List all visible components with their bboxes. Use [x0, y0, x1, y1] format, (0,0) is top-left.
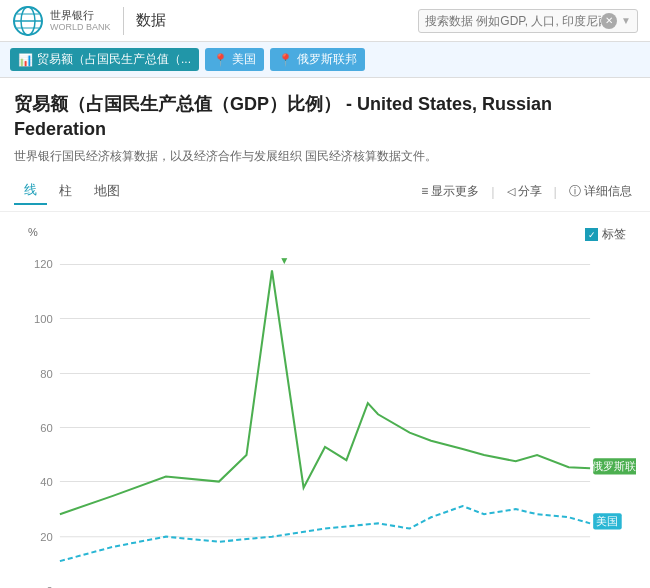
share-button[interactable]: ◁ 分享: [503, 181, 546, 202]
country1-tag-label: 美国: [232, 51, 256, 68]
indicator-tag[interactable]: 📊 贸易额（占国民生产总值（...: [10, 48, 199, 71]
russia-end-label: 俄罗斯联邦: [592, 461, 636, 473]
chart-icon: 📊: [18, 53, 33, 67]
label-checkbox-text: 标签: [602, 226, 626, 243]
show-more-label: 显示更多: [431, 183, 479, 200]
action-divider-1: |: [491, 184, 494, 199]
line-chart-button[interactable]: 线: [14, 177, 47, 205]
main-title: 贸易额（占国民生产总值（GDP）比例） - United States, Rus…: [14, 92, 636, 142]
share-icon: ◁: [507, 185, 515, 198]
bar-chart-button[interactable]: 柱: [49, 178, 82, 204]
dropdown-icon[interactable]: ▼: [621, 15, 631, 26]
info-icon: ⓘ: [569, 183, 581, 200]
y-axis-label: %: [14, 222, 636, 238]
usa-end-label: 美国: [596, 516, 618, 528]
data-label: 数据: [136, 11, 166, 30]
search-input[interactable]: [425, 14, 601, 28]
pin-icon-1: 📍: [213, 53, 228, 67]
indicator-tag-label: 贸易额（占国民生产总值（...: [37, 51, 191, 68]
line-chart: .grid-line { stroke: #e0e0e0; stroke-wid…: [14, 244, 636, 588]
peak-label: ▼: [279, 256, 289, 267]
svg-text:40: 40: [40, 476, 52, 488]
svg-text:80: 80: [40, 368, 52, 380]
pin-icon-2: 📍: [278, 53, 293, 67]
country1-tag[interactable]: 📍 美国: [205, 48, 264, 71]
logo: 世界银行 WORLD BANK: [12, 5, 111, 37]
title-area: 贸易额（占国民生产总值（GDP）比例） - United States, Rus…: [0, 78, 650, 171]
details-label: 详细信息: [584, 183, 632, 200]
map-chart-button[interactable]: 地图: [84, 178, 130, 204]
chart-controls: 线 柱 地图 ≡ 显示更多 | ◁ 分享 | ⓘ 详细信息: [0, 171, 650, 212]
header: 世界银行 WORLD BANK 数据 ✕ ▼: [0, 0, 650, 42]
search-box[interactable]: ✕ ▼: [418, 9, 638, 33]
svg-text:100: 100: [34, 313, 53, 325]
show-more-button[interactable]: ≡ 显示更多: [417, 181, 483, 202]
action-divider-2: |: [554, 184, 557, 199]
svg-text:120: 120: [34, 259, 53, 271]
header-divider: [123, 7, 124, 35]
svg-text:20: 20: [40, 531, 52, 543]
show-more-icon: ≡: [421, 184, 428, 198]
tag-bar: 📊 贸易额（占国民生产总值（... 📍 美国 📍 俄罗斯联邦: [0, 42, 650, 78]
chart-container: % ✓ 标签 .grid-line { stroke: #e0e0e0; str…: [0, 212, 650, 588]
globe-icon: [12, 5, 44, 37]
search-clear-button[interactable]: ✕: [601, 13, 617, 29]
details-button[interactable]: ⓘ 详细信息: [565, 181, 636, 202]
chart-actions: ≡ 显示更多 | ◁ 分享 | ⓘ 详细信息: [417, 181, 636, 202]
logo-line1: 世界银行: [50, 8, 111, 22]
logo-line2: WORLD BANK: [50, 22, 111, 34]
subtitle: 世界银行国民经济核算数据，以及经济合作与发展组织 国民经济核算数据文件。: [14, 148, 636, 165]
country2-tag-label: 俄罗斯联邦: [297, 51, 357, 68]
label-checkbox[interactable]: ✓: [585, 228, 598, 241]
svg-text:60: 60: [40, 422, 52, 434]
share-label: 分享: [518, 183, 542, 200]
label-checkbox-area[interactable]: ✓ 标签: [585, 226, 626, 243]
country2-tag[interactable]: 📍 俄罗斯联邦: [270, 48, 365, 71]
